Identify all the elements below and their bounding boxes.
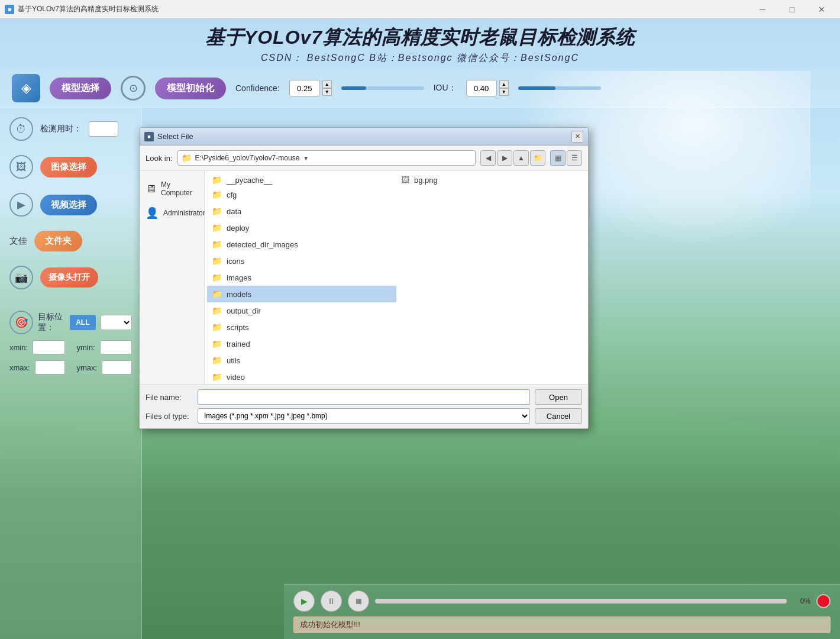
my-computer-icon: 🖥 [146,183,156,195]
dialog-nav: 🖥 My Computer 👤 Administrator [140,171,205,384]
dialog-icon: ■ [144,132,154,141]
file-name-deploy: deploy [227,224,249,233]
dialog-overlay: ■ Select File ✕ Look in: 📁 E:\Pyside6_yo… [0,0,840,639]
empty-cell-7 [396,286,586,302]
file-item-video[interactable]: 📁 video [207,369,396,384]
file-item-bgpng[interactable]: 🖼 bg.png [396,173,586,186]
file-name-models: models [227,290,251,299]
folder-icon-utils: 📁 [212,356,222,365]
file-item-cfg[interactable]: 📁 cfg [207,186,396,203]
administrator-icon: 👤 [146,206,159,220]
filetype-select[interactable]: Images (*.png *.xpm *.jpg *.jpeg *.bmp) [198,408,530,424]
file-dialog: ■ Select File ✕ Look in: 📁 E:\Pyside6_yo… [139,127,589,429]
file-item-utils[interactable]: 📁 utils [207,352,396,369]
file-item-output[interactable]: 📁 output_dir [207,302,396,319]
file-name-scripts: scripts [227,323,249,332]
empty-cell-3 [396,220,586,236]
look-in-path[interactable]: 📁 E:\Pyside6_yolov7\yolov7-mouse ▼ [177,150,476,166]
my-computer-label: My Computer [161,180,198,197]
file-name-trained: trained [227,340,250,348]
folder-icon-pycache: 📁 [212,175,222,185]
navigation-buttons: ◀ ▶ ▲ 📁 [480,150,545,166]
file-name-cfg: cfg [227,191,237,199]
folder-icon-data: 📁 [212,206,222,216]
empty-cell-4 [396,236,586,253]
filetype-row: Files of type: Images (*.png *.xpm *.jpg… [146,408,582,424]
cancel-button[interactable]: Cancel [535,408,582,424]
file-list: 📁 __pycache__ 🖼 bg.png 📁 cfg [205,171,588,384]
folder-icon-models: 📁 [212,289,222,299]
file-item-scripts[interactable]: 📁 scripts [207,319,396,335]
look-in-row: Look in: 📁 E:\Pyside6_yolov7\yolov7-mous… [140,146,588,171]
up-button[interactable]: ▲ [513,150,529,166]
file-item-models[interactable]: 📁 models [207,286,396,302]
empty-cell-8 [396,302,586,319]
dialog-title: Select File [157,132,568,141]
filename-input[interactable] [198,389,530,405]
filetype-label: Files of type: [146,412,193,421]
path-folder-icon: 📁 [182,153,192,163]
folder-icon-images: 📁 [212,273,222,282]
view-buttons: ▦ ☰ [550,150,582,166]
folder-icon-cfg: 📁 [212,190,222,199]
file-name-images: images [227,273,251,282]
folder-icon-output: 📁 [212,306,222,315]
file-item-icons[interactable]: 📁 icons [207,253,396,269]
folder-icon-detected: 📁 [212,240,222,249]
folder-icon-trained: 📁 [212,339,222,348]
file-item-deploy[interactable]: 📁 deploy [207,220,396,236]
dialog-close-button[interactable]: ✕ [571,131,583,143]
folder-icon-video: 📁 [212,372,222,382]
empty-cell-9 [396,319,586,335]
path-text: E:\Pyside6_yolov7\yolov7-mouse [195,154,300,162]
empty-cell-12 [396,369,586,384]
file-name-utils: utils [227,356,240,365]
file-name-bgpng: bg.png [414,176,438,185]
file-name-icons: icons [227,257,244,266]
empty-cell-10 [396,335,586,352]
dialog-bottom: File name: Open Files of type: Images (*… [140,384,588,428]
dialog-title-bar: ■ Select File ✕ [140,128,588,146]
nav-item-administrator[interactable]: 👤 Administrator [140,202,204,224]
folder-icon-scripts: 📁 [212,322,222,332]
view-list-button[interactable]: ☰ [567,150,582,166]
file-item-images[interactable]: 📁 images [207,269,396,286]
empty-cell-6 [396,269,586,286]
administrator-label: Administrator [163,209,205,217]
empty-cell-5 [396,253,586,269]
filename-label: File name: [146,393,193,402]
nav-item-my-computer[interactable]: 🖥 My Computer [140,176,204,202]
file-name-output: output_dir [227,306,261,315]
empty-cell-2 [396,203,586,220]
file-item-trained[interactable]: 📁 trained [207,335,396,352]
back-button[interactable]: ◀ [480,150,496,166]
path-dropdown-arrow: ▼ [303,155,309,162]
file-grid: 📁 __pycache__ 🖼 bg.png 📁 cfg [207,173,586,384]
dialog-body: 🖥 My Computer 👤 Administrator 📁 __pycach… [140,171,588,384]
look-in-label: Look in: [146,154,173,163]
filename-row: File name: Open [146,389,582,405]
open-button[interactable]: Open [535,389,582,405]
file-name-video: video [227,373,245,382]
view-grid-button[interactable]: ▦ [550,150,566,166]
image-icon-bgpng: 🖼 [401,175,409,185]
file-name-data: data [227,207,241,216]
empty-cell-1 [396,186,586,203]
folder-icon-deploy: 📁 [212,223,222,233]
file-name-pycache: __pycache__ [227,176,272,185]
empty-cell-11 [396,352,586,369]
file-item-detected[interactable]: 📁 detected_dir_images [207,236,396,253]
folder-icon-icons: 📁 [212,256,222,266]
folder-icon-button[interactable]: 📁 [530,150,545,166]
file-name-detected: detected_dir_images [227,240,298,249]
file-item-data[interactable]: 📁 data [207,203,396,220]
file-item-pycache[interactable]: 📁 __pycache__ [207,173,396,186]
forward-button[interactable]: ▶ [497,150,512,166]
